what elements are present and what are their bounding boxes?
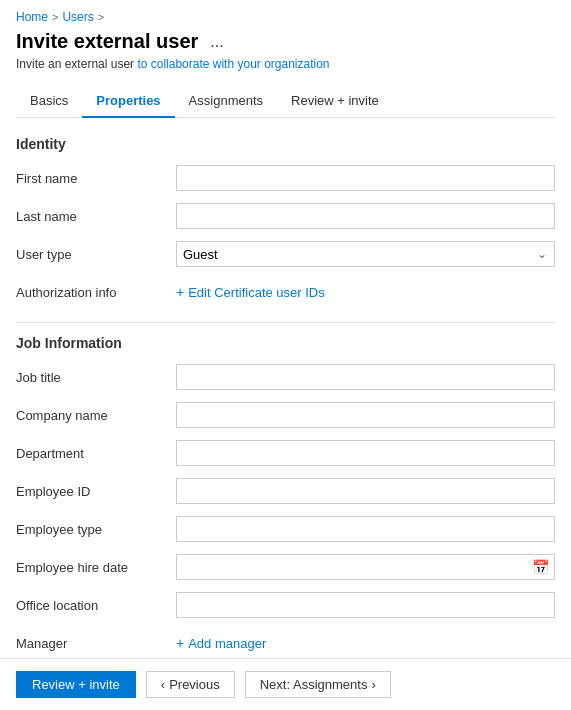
edit-cert-text: Edit Certificate user IDs	[188, 285, 325, 300]
first-name-row: First name	[16, 164, 555, 192]
tab-properties[interactable]: Properties	[82, 85, 174, 118]
employee-type-row: Employee type	[16, 515, 555, 543]
chevron-right-icon: ›	[371, 677, 375, 692]
section-divider	[16, 322, 555, 323]
company-name-row: Company name	[16, 401, 555, 429]
subtitle-link[interactable]: to collaborate with your organization	[137, 57, 329, 71]
tab-review[interactable]: Review + invite	[277, 85, 393, 118]
edit-cert-link[interactable]: + Edit Certificate user IDs	[176, 284, 325, 300]
first-name-label: First name	[16, 171, 176, 186]
previous-label: Previous	[169, 677, 220, 692]
job-title-input[interactable]	[176, 364, 555, 390]
page-subtitle: Invite an external user to collaborate w…	[16, 57, 555, 71]
user-type-select-wrapper: Guest Member ⌄	[176, 241, 555, 267]
employee-id-label: Employee ID	[16, 484, 176, 499]
employee-hire-date-input[interactable]	[176, 554, 555, 580]
add-manager-link[interactable]: + Add manager	[176, 635, 266, 651]
add-manager-plus-icon: +	[176, 635, 184, 651]
manager-label: Manager	[16, 636, 176, 651]
employee-hire-date-row: Employee hire date 📅	[16, 553, 555, 581]
employee-hire-date-wrapper: 📅	[176, 554, 555, 580]
tab-bar: Basics Properties Assignments Review + i…	[16, 85, 555, 118]
breadcrumb-home[interactable]: Home	[16, 10, 48, 24]
job-info-section: Job Information Job title Company name D…	[16, 335, 555, 695]
next-button[interactable]: Next: Assignments ›	[245, 671, 391, 698]
add-manager-text: Add manager	[188, 636, 266, 651]
auth-info-label: Authorization info	[16, 285, 176, 300]
breadcrumb-users[interactable]: Users	[62, 10, 93, 24]
breadcrumb-sep2: >	[98, 11, 104, 23]
employee-type-input[interactable]	[176, 516, 555, 542]
job-info-title: Job Information	[16, 335, 555, 351]
tab-basics[interactable]: Basics	[16, 85, 82, 118]
last-name-label: Last name	[16, 209, 176, 224]
employee-id-row: Employee ID	[16, 477, 555, 505]
footer: Review + invite ‹ Previous Next: Assignm…	[0, 658, 571, 710]
manager-row: Manager + Add manager	[16, 629, 555, 657]
office-location-label: Office location	[16, 598, 176, 613]
office-location-row: Office location	[16, 591, 555, 619]
department-row: Department	[16, 439, 555, 467]
company-name-input[interactable]	[176, 402, 555, 428]
page-title-text: Invite external user	[16, 30, 198, 53]
user-type-row: User type Guest Member ⌄	[16, 240, 555, 268]
department-input[interactable]	[176, 440, 555, 466]
company-name-label: Company name	[16, 408, 176, 423]
tab-assignments[interactable]: Assignments	[175, 85, 277, 118]
chevron-left-icon: ‹	[161, 677, 165, 692]
last-name-input[interactable]	[176, 203, 555, 229]
employee-id-input[interactable]	[176, 478, 555, 504]
employee-hire-date-label: Employee hire date	[16, 560, 176, 575]
job-title-row: Job title	[16, 363, 555, 391]
breadcrumb-sep1: >	[52, 11, 58, 23]
user-type-label: User type	[16, 247, 176, 262]
user-type-select[interactable]: Guest Member	[176, 241, 555, 267]
ellipsis-button[interactable]: ...	[206, 33, 227, 51]
last-name-row: Last name	[16, 202, 555, 230]
plus-icon: +	[176, 284, 184, 300]
auth-info-row: Authorization info + Edit Certificate us…	[16, 278, 555, 306]
next-label: Next: Assignments	[260, 677, 368, 692]
department-label: Department	[16, 446, 176, 461]
page-title-row: Invite external user ...	[16, 30, 555, 53]
office-location-input[interactable]	[176, 592, 555, 618]
first-name-input[interactable]	[176, 165, 555, 191]
previous-button[interactable]: ‹ Previous	[146, 671, 235, 698]
identity-section-title: Identity	[16, 136, 555, 152]
review-invite-button[interactable]: Review + invite	[16, 671, 136, 698]
breadcrumb: Home > Users >	[16, 10, 555, 24]
identity-section: Identity First name Last name User type …	[16, 136, 555, 306]
job-title-label: Job title	[16, 370, 176, 385]
employee-type-label: Employee type	[16, 522, 176, 537]
